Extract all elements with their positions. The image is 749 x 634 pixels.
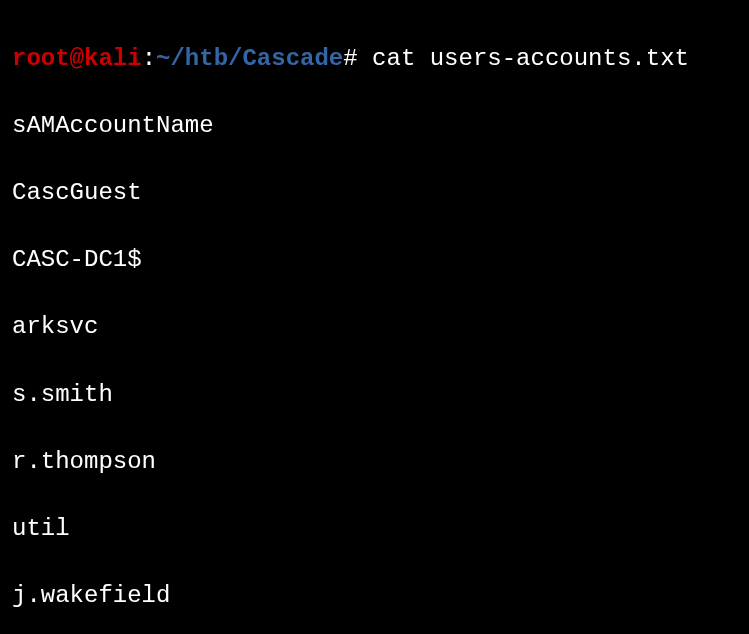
output-line: s.smith <box>12 378 737 412</box>
output-line: util <box>12 512 737 546</box>
output-line: CASC-DC1$ <box>12 243 737 277</box>
prompt-user: root@kali <box>12 45 142 72</box>
prompt-line-1: root@kali:~/htb/Cascade# cat users-accou… <box>12 42 737 76</box>
prompt-separator: : <box>142 45 156 72</box>
output-line: j.wakefield <box>12 579 737 613</box>
command-text: cat users-accounts.txt <box>372 45 689 72</box>
prompt-hash: # <box>343 45 357 72</box>
output-line: r.thompson <box>12 445 737 479</box>
output-line: arksvc <box>12 310 737 344</box>
output-line: CascGuest <box>12 176 737 210</box>
output-line: sAMAccountName <box>12 109 737 143</box>
prompt-path: ~/htb/Cascade <box>156 45 343 72</box>
terminal-window[interactable]: root@kali:~/htb/Cascade# cat users-accou… <box>12 8 737 634</box>
